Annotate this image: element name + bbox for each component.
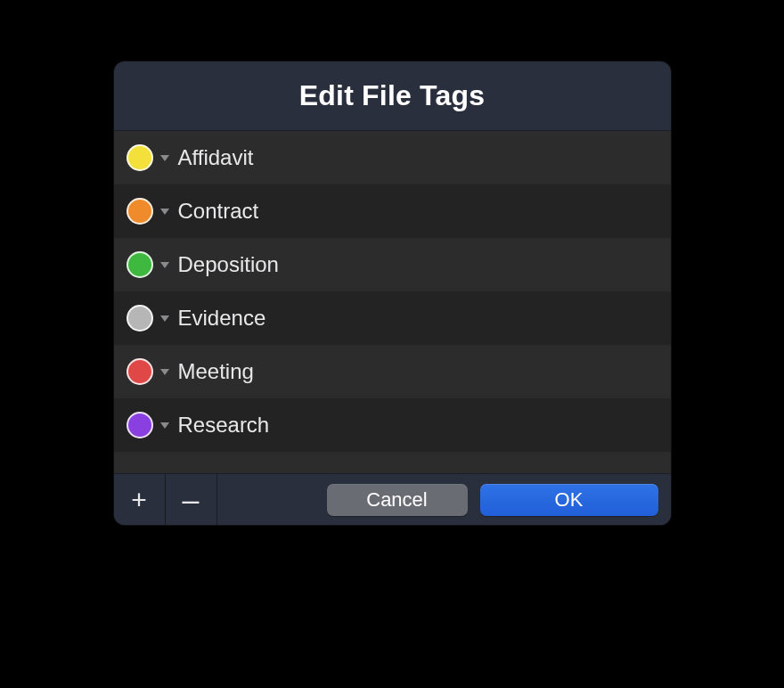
chevron-down-icon[interactable]	[160, 369, 169, 375]
tag-label[interactable]: Evidence	[178, 306, 266, 331]
add-tag-button[interactable]: +	[114, 474, 166, 526]
chevron-down-icon[interactable]	[160, 315, 169, 322]
ok-button[interactable]: OK	[480, 484, 658, 516]
tag-label[interactable]: Research	[178, 413, 270, 438]
tag-label[interactable]: Deposition	[178, 252, 279, 277]
chevron-down-icon[interactable]	[160, 209, 169, 215]
color-swatch-icon[interactable]	[127, 144, 153, 171]
edit-file-tags-dialog: Edit File Tags Affidavit Contract Deposi…	[114, 61, 671, 525]
dialog-title: Edit File Tags	[299, 79, 485, 112]
chevron-down-icon[interactable]	[160, 155, 169, 161]
color-swatch-icon[interactable]	[127, 358, 153, 385]
button-label: OK	[555, 488, 584, 512]
tag-label[interactable]: Meeting	[178, 359, 254, 384]
list-empty-area	[114, 452, 671, 473]
tag-label[interactable]: Contract	[178, 199, 259, 224]
dialog-titlebar: Edit File Tags	[114, 61, 671, 131]
tag-row[interactable]: Deposition	[114, 238, 671, 291]
dialog-footer: + – Cancel OK	[114, 473, 671, 525]
tag-row[interactable]: Contract	[114, 184, 671, 238]
tag-label[interactable]: Affidavit	[178, 145, 254, 170]
minus-icon: –	[183, 482, 200, 517]
chevron-down-icon[interactable]	[160, 422, 169, 429]
cancel-button[interactable]: Cancel	[327, 484, 468, 516]
remove-tag-button[interactable]: –	[166, 474, 217, 526]
tag-row[interactable]: Affidavit	[114, 131, 671, 184]
tag-row[interactable]: Evidence	[114, 291, 671, 345]
color-swatch-icon[interactable]	[127, 412, 153, 438]
tag-list: Affidavit Contract Deposition Evidence M…	[114, 131, 671, 473]
button-label: Cancel	[366, 488, 427, 512]
tag-row[interactable]: Research	[114, 398, 671, 452]
color-swatch-icon[interactable]	[127, 198, 153, 225]
plus-icon: +	[131, 485, 147, 515]
color-swatch-icon[interactable]	[127, 251, 153, 278]
color-swatch-icon[interactable]	[127, 305, 153, 332]
tag-row[interactable]: Meeting	[114, 345, 671, 398]
chevron-down-icon[interactable]	[160, 262, 169, 268]
